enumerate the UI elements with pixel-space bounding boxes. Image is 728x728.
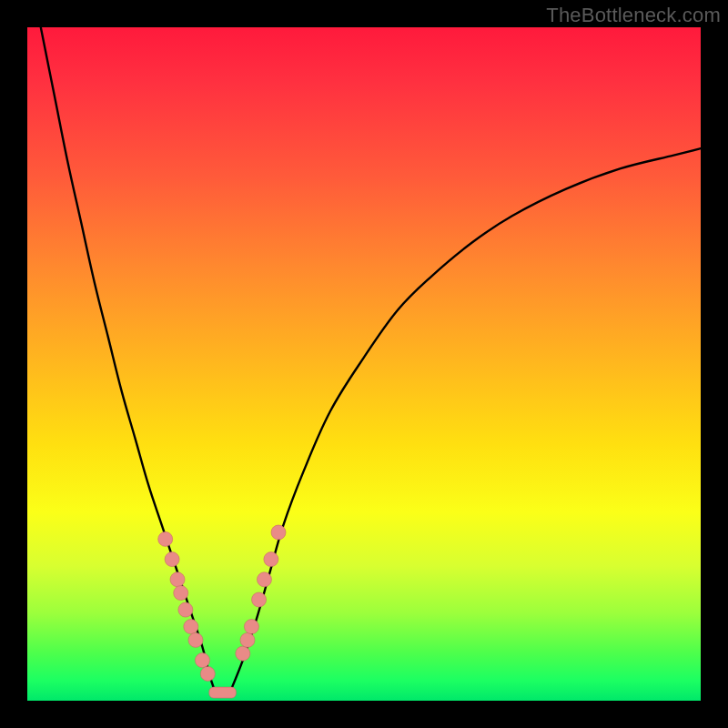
marker-dot [244, 620, 258, 634]
chart-svg [27, 27, 701, 701]
marker-dot [184, 620, 198, 634]
marker-dot [236, 646, 250, 661]
marker-dot [252, 592, 267, 607]
marker-dots-left [158, 531, 216, 681]
left-curve [41, 27, 216, 694]
marker-dot [178, 602, 193, 617]
chart-frame: TheBottleneck.com [0, 0, 728, 728]
marker-dot [200, 666, 215, 681]
right-curve [229, 148, 701, 693]
marker-dot [195, 653, 209, 668]
marker-dot [188, 632, 203, 647]
marker-dot [158, 531, 173, 546]
marker-dot [170, 572, 185, 587]
marker-dot [257, 572, 271, 587]
marker-dot [240, 632, 255, 647]
marker-dot [174, 586, 188, 601]
watermark-text: TheBottleneck.com [546, 4, 721, 27]
marker-dot [264, 552, 278, 567]
marker-dot [271, 525, 286, 540]
marker-dot [165, 552, 179, 567]
marker-bottom-bar [209, 687, 237, 698]
plot-area [27, 27, 701, 701]
